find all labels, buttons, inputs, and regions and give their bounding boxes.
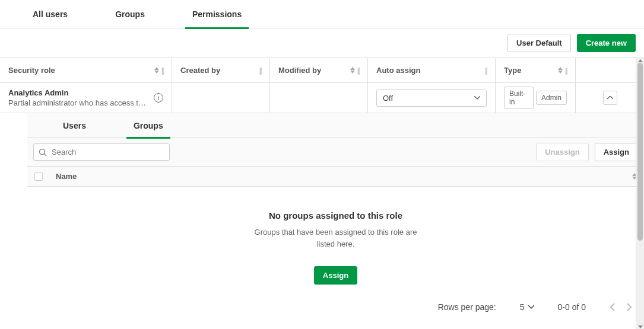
column-resize-handle[interactable]: || <box>259 66 261 75</box>
column-label: Modified by <box>278 66 321 75</box>
top-tabs: All users Groups Permissions <box>0 0 644 28</box>
sort-icon[interactable] <box>154 67 159 74</box>
auto-assign-select[interactable]: Off <box>376 90 487 107</box>
user-default-button[interactable]: User Default <box>507 34 571 52</box>
scroll-down-icon[interactable] <box>636 323 644 329</box>
column-resize-handle[interactable]: || <box>485 66 487 75</box>
column-resize-handle[interactable]: || <box>161 66 163 75</box>
role-name: Analytics Admin <box>8 88 149 97</box>
column-type[interactable]: Type || <box>496 58 576 82</box>
sub-header: Name <box>27 167 644 187</box>
unassign-button[interactable]: Unassign <box>536 143 589 161</box>
empty-title: No groups assigned to this role <box>27 210 644 221</box>
scrollbar-thumb[interactable] <box>637 63 643 241</box>
prev-page-button[interactable] <box>610 303 615 311</box>
search-box[interactable] <box>33 143 170 161</box>
column-modified-by[interactable]: Modified by || <box>270 58 368 82</box>
column-name[interactable]: Name <box>56 172 632 181</box>
pagination: Rows per page: 5 0-0 of 0 <box>27 296 644 317</box>
empty-subtitle: Groups that have been assigned to this r… <box>247 226 425 250</box>
chevron-left-icon <box>610 303 615 311</box>
sort-icon[interactable] <box>558 67 563 74</box>
detail-panel: Users Groups Unassign Assign Name No gro… <box>27 113 644 317</box>
chevron-right-icon <box>627 303 632 311</box>
column-resize-handle[interactable]: || <box>357 66 359 75</box>
sort-icon[interactable] <box>350 67 355 74</box>
grid-header: Security role || Created by || Modified … <box>0 58 644 83</box>
create-new-button[interactable]: Create new <box>577 34 636 52</box>
action-bar: User Default Create new <box>0 28 644 58</box>
column-label: Auto assign <box>376 66 420 75</box>
next-page-button[interactable] <box>627 303 632 311</box>
svg-line-1 <box>45 154 47 156</box>
auto-assign-value: Off <box>383 94 393 103</box>
table-row[interactable]: Analytics Admin Partial administrator wh… <box>0 83 644 113</box>
tab-groups[interactable]: Groups <box>115 0 145 28</box>
column-security-role[interactable]: Security role || <box>0 58 172 82</box>
cell-created-by <box>172 83 270 113</box>
sub-toolbar: Unassign Assign <box>27 138 644 167</box>
type-tag-admin: Admin <box>536 91 567 105</box>
chevron-down-icon <box>474 96 480 100</box>
page-size-value: 5 <box>520 302 525 312</box>
tab-all-users[interactable]: All users <box>33 0 68 28</box>
page-size-select[interactable]: 5 <box>520 302 534 312</box>
info-icon[interactable]: i <box>154 93 163 103</box>
cell-security-role: Analytics Admin Partial administrator wh… <box>0 83 172 113</box>
search-input[interactable] <box>49 146 164 158</box>
empty-state: No groups assigned to this role Groups t… <box>27 187 644 296</box>
column-label: Type <box>504 66 521 75</box>
column-auto-assign[interactable]: Auto assign || <box>368 58 496 82</box>
role-description: Partial administrator who has access t… <box>8 98 149 107</box>
cell-type: Built-in Admin <box>496 83 576 113</box>
pagination-range: 0-0 of 0 <box>558 302 586 312</box>
cell-modified-by <box>270 83 368 113</box>
column-resize-handle[interactable]: || <box>565 66 567 75</box>
tab-permissions[interactable]: Permissions <box>192 0 242 28</box>
sub-tab-groups[interactable]: Groups <box>134 113 163 138</box>
cell-auto-assign: Off <box>368 83 496 113</box>
search-icon <box>39 148 47 156</box>
rows-per-page-label: Rows per page: <box>438 302 496 312</box>
cell-expand <box>576 83 644 113</box>
column-expand <box>576 58 644 82</box>
type-tag-builtin: Built-in <box>504 87 534 109</box>
empty-assign-button[interactable]: Assign <box>314 266 357 285</box>
column-created-by[interactable]: Created by || <box>172 58 270 82</box>
chevron-up-icon <box>607 96 613 100</box>
scrollbar[interactable] <box>636 58 644 329</box>
svg-point-0 <box>40 149 45 154</box>
sub-tab-users[interactable]: Users <box>63 113 86 138</box>
select-all-checkbox[interactable] <box>34 173 43 181</box>
chevron-down-icon <box>528 305 534 309</box>
collapse-row-button[interactable] <box>603 91 617 105</box>
column-label: Created by <box>180 66 220 75</box>
sub-tabs: Users Groups <box>27 113 644 138</box>
column-label: Security role <box>8 66 55 75</box>
assign-button[interactable]: Assign <box>595 143 638 161</box>
